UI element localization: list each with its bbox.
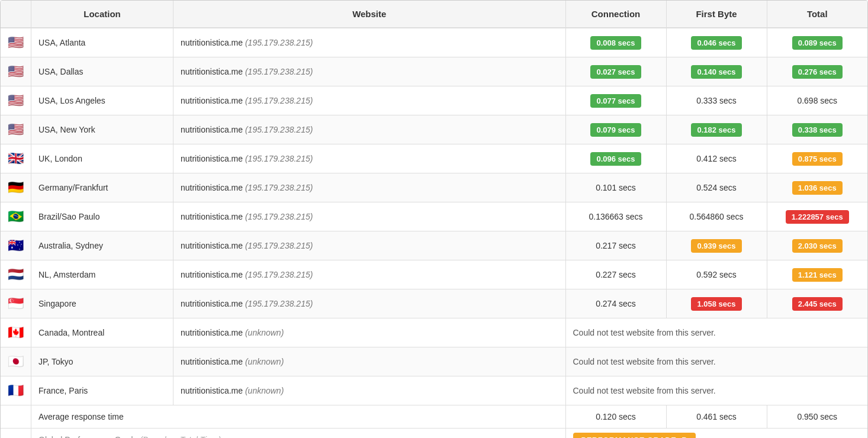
grade-label: Global Performance Grade (Based on Total… [31,429,566,439]
error-cell: Could not test website from this server. [565,318,867,347]
table-row: 🇦🇺Australia, Sydneynutritionistica.me (1… [1,231,867,260]
first-byte-cell: 1.058 secs [666,289,767,318]
website-cell: nutritionistica.me (195.179.238.215) [173,231,566,260]
total-cell: 0.875 secs [767,144,867,173]
table-row: 🇬🇧UK, Londonnutritionistica.me (195.179.… [1,144,867,173]
website-cell: nutritionistica.me (195.179.238.215) [173,260,566,289]
connection-cell: 0.227 secs [565,260,666,289]
first-byte-cell: 0.182 secs [666,115,767,144]
first-byte-cell: 0.333 secs [666,86,767,115]
connection-cell: 0.101 secs [565,173,666,202]
website-cell: nutritionistica.me (195.179.238.215) [173,57,566,86]
total-cell: 0.698 secs [767,86,867,115]
first-byte-cell: 0.046 secs [666,28,767,57]
location-cell: JP, Tokyo [31,347,173,376]
col-header-location: Location [31,1,173,28]
performance-grade-badge: PERFORMANCE GRADE: B [573,433,696,438]
website-cell: nutritionistica.me (unknown) [173,318,566,347]
table-row: 🇺🇸USA, Atlantanutritionistica.me (195.17… [1,28,867,57]
flag-cell: 🇺🇸 [1,28,31,57]
table-row: 🇫🇷France, Parisnutritionistica.me (unkno… [1,376,867,405]
location-cell: USA, Dallas [31,57,173,86]
grade-badge-cell: PERFORMANCE GRADE: B [565,429,867,439]
total-cell: 1.036 secs [767,173,867,202]
grade-row: Global Performance Grade (Based on Total… [1,429,867,439]
table-row: 🇳🇱NL, Amsterdamnutritionistica.me (195.1… [1,260,867,289]
first-byte-cell: 0.524 secs [666,173,767,202]
table-row: 🇸🇬Singaporenutritionistica.me (195.179.2… [1,289,867,318]
avg-total: 0.950 secs [767,405,867,429]
total-cell: 2.445 secs [767,289,867,318]
location-cell: NL, Amsterdam [31,260,173,289]
website-cell: nutritionistica.me (195.179.238.215) [173,115,566,144]
performance-table: Location Website Connection First Byte T… [0,0,868,438]
total-cell: 1.121 secs [767,260,867,289]
connection-cell: 0.096 secs [565,144,666,173]
total-cell: 0.276 secs [767,57,867,86]
table-row: 🇺🇸USA, Dallasnutritionistica.me (195.179… [1,57,867,86]
first-byte-cell: 0.939 secs [666,231,767,260]
col-header-flag [1,1,31,28]
location-cell: France, Paris [31,376,173,405]
error-cell: Could not test website from this server. [565,347,867,376]
location-cell: USA, Atlanta [31,28,173,57]
total-cell: 2.030 secs [767,231,867,260]
col-header-first-byte: First Byte [666,1,767,28]
table-row: 🇺🇸USA, New Yorknutritionistica.me (195.1… [1,115,867,144]
website-cell: nutritionistica.me (unknown) [173,347,566,376]
first-byte-cell: 0.412 secs [666,144,767,173]
location-cell: USA, New York [31,115,173,144]
flag-cell: 🇺🇸 [1,57,31,86]
col-header-total: Total [767,1,867,28]
connection-cell: 0.008 secs [565,28,666,57]
total-cell: 0.089 secs [767,28,867,57]
location-cell: USA, Los Angeles [31,86,173,115]
location-cell: Germany/Frankfurt [31,173,173,202]
flag-cell: 🇨🇦 [1,318,31,347]
total-cell: 1.222857 secs [767,202,867,231]
website-cell: nutritionistica.me (195.179.238.215) [173,144,566,173]
connection-cell: 0.274 secs [565,289,666,318]
location-cell: Australia, Sydney [31,231,173,260]
website-cell: nutritionistica.me (195.179.238.215) [173,28,566,57]
avg-label: Average response time [31,405,566,429]
flag-cell: 🇯🇵 [1,347,31,376]
first-byte-cell: 0.564860 secs [666,202,767,231]
col-header-website: Website [173,1,566,28]
total-cell: 0.338 secs [767,115,867,144]
website-cell: nutritionistica.me (195.179.238.215) [173,202,566,231]
flag-cell: 🇸🇬 [1,289,31,318]
website-cell: nutritionistica.me (195.179.238.215) [173,173,566,202]
location-cell: Singapore [31,289,173,318]
table-row: 🇩🇪Germany/Frankfurtnutritionistica.me (1… [1,173,867,202]
table-row: 🇨🇦Canada, Montrealnutritionistica.me (un… [1,318,867,347]
table-row: 🇺🇸USA, Los Angelesnutritionistica.me (19… [1,86,867,115]
grade-flag [1,429,31,439]
first-byte-cell: 0.140 secs [666,57,767,86]
error-cell: Could not test website from this server. [565,376,867,405]
col-header-connection: Connection [565,1,666,28]
flag-cell: 🇬🇧 [1,144,31,173]
location-cell: Canada, Montreal [31,318,173,347]
website-cell: nutritionistica.me (unknown) [173,376,566,405]
table-row: 🇧🇷Brazil/Sao Paulonutritionistica.me (19… [1,202,867,231]
connection-cell: 0.027 secs [565,57,666,86]
flag-cell: 🇫🇷 [1,376,31,405]
flag-cell: 🇧🇷 [1,202,31,231]
connection-cell: 0.136663 secs [565,202,666,231]
flag-cell: 🇦🇺 [1,231,31,260]
flag-cell: 🇺🇸 [1,86,31,115]
table-row: 🇯🇵JP, Tokyonutritionistica.me (unknown)C… [1,347,867,376]
location-cell: UK, London [31,144,173,173]
flag-cell: 🇩🇪 [1,173,31,202]
website-cell: nutritionistica.me (195.179.238.215) [173,86,566,115]
location-cell: Brazil/Sao Paulo [31,202,173,231]
avg-connection: 0.120 secs [565,405,666,429]
flag-cell: 🇳🇱 [1,260,31,289]
connection-cell: 0.077 secs [565,86,666,115]
flag-cell: 🇺🇸 [1,115,31,144]
connection-cell: 0.217 secs [565,231,666,260]
first-byte-cell: 0.592 secs [666,260,767,289]
website-cell: nutritionistica.me (195.179.238.215) [173,289,566,318]
avg-first-byte: 0.461 secs [666,405,767,429]
